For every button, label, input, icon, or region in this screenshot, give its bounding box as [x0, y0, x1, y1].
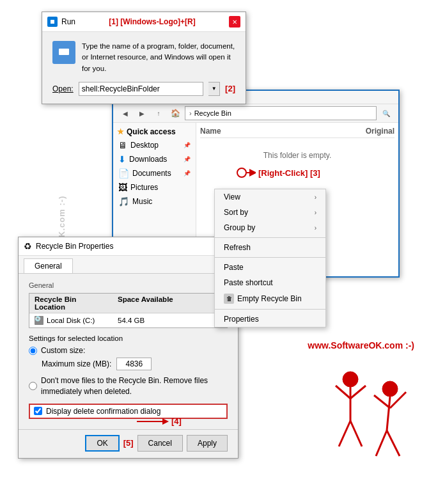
sidebar-label-downloads: Downloads	[129, 155, 167, 164]
pictures-icon: 🖼	[118, 182, 127, 193]
svg-line-20	[387, 430, 400, 456]
props-apply-button[interactable]: Apply	[187, 435, 228, 452]
col-name: Name	[200, 127, 221, 136]
radio-no-move-label: Don't move files to the Recycle Bin. Rem…	[41, 375, 228, 397]
sidebar-label-documents: Documents	[132, 169, 171, 178]
props-body: General Recycle Bin Location Space Avail…	[19, 274, 238, 429]
downloads-icon: ⬇	[118, 154, 126, 164]
radio-no-move[interactable]	[29, 382, 37, 390]
documents-icon: 📄	[118, 168, 129, 178]
radio-no-move-row: Don't move files to the Recycle Bin. Rem…	[29, 375, 228, 397]
celebration-figure	[326, 357, 416, 498]
context-label-groupby: Group by	[224, 223, 255, 232]
run-big-icon	[52, 41, 75, 64]
size-row: Maximum size (MB):	[42, 358, 228, 370]
settings-label: Settings for selected location	[29, 335, 228, 342]
rightclick-annotation: [Right-Click] [3]	[237, 166, 320, 179]
search-button[interactable]: 🔍	[379, 107, 393, 120]
svg-line-14	[350, 421, 362, 446]
sidebar-item-desktop[interactable]: 🖥 Desktop 📌	[113, 138, 196, 152]
run-input[interactable]	[79, 82, 203, 96]
arrow-right-icon: [Right-Click] [3]	[237, 166, 320, 179]
context-label-refresh: Refresh	[224, 243, 251, 252]
run-dropdown-button[interactable]: ▼	[208, 82, 220, 96]
size-label: Maximum size (MB):	[42, 359, 111, 368]
svg-line-19	[376, 430, 387, 456]
table-cell-space: 54.4 GB	[118, 317, 222, 324]
svg-line-12	[350, 386, 366, 398]
props-ok-button[interactable]: OK	[85, 435, 119, 452]
sidebar-item-music[interactable]: 🎵 Music	[113, 194, 196, 209]
radio-custom-size[interactable]	[29, 347, 37, 355]
sidebar-label-desktop: Desktop	[130, 141, 159, 150]
checkbox-confirm[interactable]	[34, 407, 42, 415]
quick-access-label: Quick access	[127, 127, 176, 136]
context-item-paste-shortcut[interactable]: Paste shortcut	[215, 275, 325, 290]
context-item-refresh[interactable]: Refresh	[215, 240, 325, 255]
nav-home-button[interactable]: 🏠	[168, 107, 182, 120]
svg-marker-8	[162, 418, 169, 425]
nav-forward-button[interactable]: ▶	[135, 107, 149, 120]
radio-custom-size-row: Custom size:	[29, 346, 228, 355]
annotation-5-label: [5]	[123, 438, 134, 448]
context-label-view: View	[224, 193, 240, 201]
context-item-properties[interactable]: Properties	[215, 311, 325, 327]
checkbox-confirm-label: Display delete confirmation dialog	[46, 407, 160, 416]
empty-folder-text: This folder is empty.	[200, 151, 395, 160]
props-section-label: General	[29, 281, 228, 289]
context-label-empty-recycle: Empty Recycle Bin	[237, 294, 316, 303]
table-header-location: Recycle Bin Location	[35, 295, 105, 311]
quick-access-star-icon: ★	[117, 127, 124, 136]
props-table-header: Recycle Bin Location Space Available	[29, 294, 227, 313]
svg-rect-3	[59, 49, 69, 55]
run-close-button[interactable]: ✕	[229, 16, 240, 28]
run-titlebar-left: Run	[47, 17, 75, 27]
props-location-table: Recycle Bin Location Space Available 💿 L…	[29, 293, 228, 328]
figure-area	[326, 357, 416, 498]
context-item-view[interactable]: View ›	[215, 189, 325, 205]
sidebar-item-downloads[interactable]: ⬇ Downloads 📌	[113, 152, 196, 166]
props-tab-general[interactable]: General	[24, 258, 73, 273]
nav-up-button[interactable]: ↑	[152, 107, 166, 120]
svg-line-16	[387, 397, 390, 430]
context-divider-2	[215, 257, 325, 258]
svg-rect-4	[61, 57, 66, 58]
disk-icon: 💿	[35, 316, 43, 325]
quick-access-header[interactable]: ★ Quick access	[113, 125, 196, 138]
radio-custom-label: Custom size:	[41, 346, 85, 355]
nav-back-button[interactable]: ◀	[118, 107, 132, 120]
context-arrow-sortby: ›	[315, 209, 316, 216]
context-divider-3	[215, 309, 325, 310]
size-input[interactable]	[116, 358, 152, 370]
svg-point-5	[237, 168, 246, 177]
empty-recycle-icon: 🗑	[224, 294, 234, 304]
context-item-groupby[interactable]: Group by ›	[215, 220, 325, 235]
table-cell-location: 💿 Local Disk (C:)	[35, 316, 105, 325]
desktop-icon: 🖥	[118, 140, 127, 150]
props-buttons: OK [5] Cancel Apply	[19, 429, 238, 458]
props-cancel-button[interactable]: Cancel	[137, 435, 183, 452]
checkbox-confirm-row: Display delete confirmation dialog	[29, 404, 228, 419]
pin-icon-downloads: 📌	[184, 156, 191, 162]
pin-icon-documents: 📌	[184, 170, 191, 177]
recycle-bin-icon: ♻	[24, 241, 32, 251]
sidebar-item-pictures[interactable]: 🖼 Pictures	[113, 180, 196, 194]
sidebar-label-music: Music	[132, 197, 152, 206]
run-titlebar: Run [1] [Windows-Logo]+[R] ✕	[42, 12, 246, 32]
context-item-empty-recycle[interactable]: 🗑 Empty Recycle Bin	[215, 290, 325, 307]
col-original: Original	[366, 127, 395, 136]
annotation-4-container: [4]	[137, 415, 182, 428]
svg-point-15	[382, 381, 398, 397]
column-headers: Name Original	[200, 127, 395, 138]
sidebar-item-documents[interactable]: 📄 Documents 📌	[113, 166, 196, 180]
context-menu: View › Sort by › Group by › Refresh Past…	[214, 189, 326, 327]
context-item-paste[interactable]: Paste	[215, 260, 325, 275]
run-title: Run	[61, 17, 75, 26]
address-bar[interactable]: › Recycle Bin	[185, 106, 377, 120]
context-item-sortby[interactable]: Sort by ›	[215, 205, 325, 220]
context-label-properties: Properties	[224, 315, 259, 324]
props-titlebar: ♻ Recycle Bin Properties ✕	[19, 237, 238, 256]
svg-line-13	[339, 421, 350, 446]
run-icon	[47, 17, 58, 27]
props-title-left: ♻ Recycle Bin Properties	[24, 241, 113, 251]
